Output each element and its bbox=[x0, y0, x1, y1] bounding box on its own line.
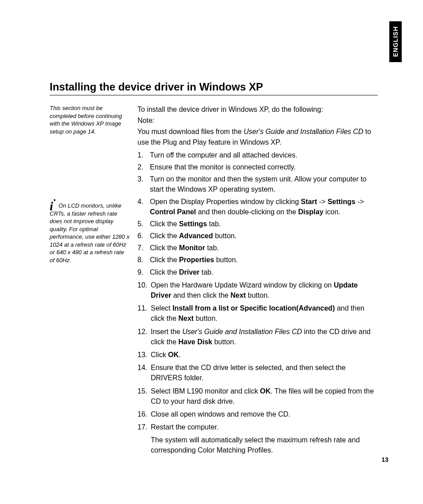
language-tab: ENGLISH bbox=[389, 21, 402, 62]
note-text: You must download files from the User's … bbox=[137, 126, 378, 147]
info-icon: i bbox=[50, 200, 53, 213]
two-column-layout: This section must be completed before co… bbox=[50, 104, 378, 456]
step-item: 9.Click the Driver tab. bbox=[137, 267, 378, 277]
page: ENGLISH Installing the device driver in … bbox=[0, 0, 423, 504]
step-item: 15.Select IBM L190 monitor and click OK.… bbox=[137, 386, 378, 406]
step-item: 4.Open the Display Properties window by … bbox=[137, 197, 378, 217]
step-item: 17.Restart the computer. bbox=[137, 422, 378, 432]
intro-line: To install the device driver in Windows … bbox=[137, 104, 378, 114]
step-item: 2.Ensure that the monitor is connected c… bbox=[137, 162, 378, 172]
content-area: Installing the device driver in Windows … bbox=[50, 81, 378, 456]
step-item: 3.Turn on the monitor and then the syste… bbox=[137, 174, 378, 194]
language-label: ENGLISH bbox=[392, 26, 399, 57]
margin-note-text: On LCD monitors, unlike CRTs, a faster r… bbox=[50, 202, 129, 264]
step-item: 16.Close all open windows and remove the… bbox=[137, 409, 378, 419]
step-item: 7.Click the Monitor tab. bbox=[137, 243, 378, 253]
info-icon-dot bbox=[54, 199, 55, 201]
margin-column: This section must be completed before co… bbox=[50, 104, 137, 264]
step-item: 13.Click OK. bbox=[137, 350, 378, 360]
note-label: Note: bbox=[137, 115, 378, 126]
step-item: 6.Click the Advanced button. bbox=[137, 231, 378, 241]
body-column: To install the device driver in Windows … bbox=[137, 104, 378, 456]
margin-note-prerequisite: This section must be completed before co… bbox=[50, 104, 129, 135]
step-item: 8.Click the Properties button. bbox=[137, 255, 378, 265]
step-item: 10.Open the Hardware Update Wizard windo… bbox=[137, 280, 378, 300]
page-title: Installing the device driver in Windows … bbox=[50, 81, 378, 95]
closing-text: The system will automatically select the… bbox=[151, 435, 378, 455]
step-list: 1.Turn off the computer and all attached… bbox=[137, 150, 378, 277]
page-number: 13 bbox=[381, 456, 388, 463]
step-item: 14.Ensure that the CD drive letter is se… bbox=[137, 362, 378, 383]
margin-note-info: i On LCD monitors, unlike CRTs, a faster… bbox=[50, 202, 129, 264]
step-item: 11.Select Install from a list or Specifi… bbox=[137, 303, 378, 323]
intro-block: To install the device driver in Windows … bbox=[137, 104, 378, 147]
step-item: 5.Click the Settings tab. bbox=[137, 219, 378, 229]
step-item: 12.Insert the User's Guide and Installat… bbox=[137, 327, 378, 347]
step-item: 1.Turn off the computer and all attached… bbox=[137, 150, 378, 160]
step-list-continued: 10.Open the Hardware Update Wizard windo… bbox=[137, 280, 378, 432]
